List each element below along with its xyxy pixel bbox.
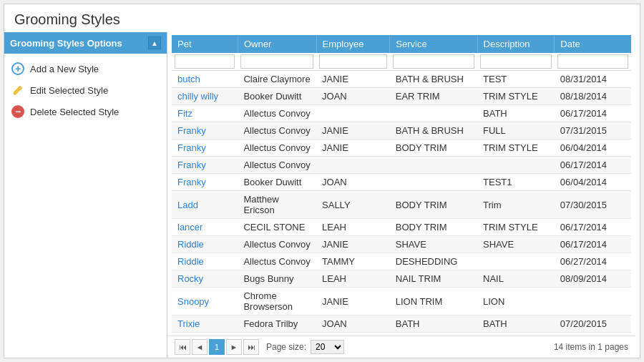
cell-pet: Trixie (172, 315, 238, 333)
delete-icon: − (11, 105, 24, 118)
cell-description: FULL (477, 122, 555, 140)
table-row[interactable]: FrankyAllectus ConvoyJANIEBATH & BRUSHFU… (172, 122, 631, 140)
cell-pet: Franky (172, 157, 238, 174)
filter-description[interactable] (480, 54, 552, 69)
sidebar-header: Grooming Styles Options ▲ (4, 32, 167, 54)
cell-owner: Allectus Convoy (238, 105, 316, 122)
table-row[interactable]: RiddleAllectus ConvoyJANIESHAVESHAVE06/1… (172, 236, 631, 253)
cell-pet: Riddle (172, 253, 238, 270)
sidebar-menu: + Add a New Style Edit Selected Style − … (4, 54, 167, 127)
filter-owner[interactable] (240, 54, 313, 69)
table-row[interactable]: FrankyAllectus ConvoyJANIEBODY TRIMTRIM … (172, 140, 631, 157)
next-page-button[interactable]: ► (226, 339, 242, 355)
cell-service (390, 174, 477, 191)
prev-page-button[interactable]: ◄ (192, 339, 208, 355)
pagination-bar: ⏮ ◄ 1 ► ⏭ Page size: 20 50 100 14 items … (167, 336, 635, 358)
cell-description: TRIM STYLE (477, 219, 555, 236)
cell-owner: Allectus Convoy (238, 157, 316, 174)
col-owner: Owner (238, 35, 316, 53)
sidebar-item-delete[interactable]: − Delete Selected Style (4, 101, 167, 122)
table-row[interactable]: RockyBugs BunnyLEAHNAIL TRIMNAIL08/09/20… (172, 270, 631, 288)
table-row[interactable]: butchClaire ClaymoreJANIEBATH & BRUSHTES… (172, 71, 631, 88)
cell-service (390, 105, 477, 122)
table-row[interactable]: lancerCECIL STONELEAHBODY TRIMTRIM STYLE… (172, 219, 631, 236)
cell-service: NAIL TRIM (390, 270, 477, 288)
cell-owner: Matthew Ericson (238, 191, 316, 219)
cell-employee: TAMMY (316, 253, 390, 270)
add-style-label: Add a New Style (30, 64, 99, 74)
cell-employee: JOAN (316, 174, 390, 191)
add-icon: + (11, 62, 24, 75)
cell-date: 07/20/2015 (555, 315, 631, 333)
cell-employee: JANIE (316, 288, 390, 315)
filter-date[interactable] (557, 54, 628, 69)
first-page-button[interactable]: ⏮ (175, 339, 190, 355)
cell-service (390, 157, 477, 174)
cell-owner: CECIL STONE (238, 219, 316, 236)
cell-employee: JOAN (316, 88, 390, 105)
sidebar-item-edit[interactable]: Edit Selected Style (4, 79, 167, 101)
table-row[interactable]: FitzAllectus ConvoyBATH06/17/2014 (172, 105, 631, 122)
cell-description: BATH (477, 315, 555, 333)
cell-service: BODY TRIM (390, 191, 477, 219)
table-header-row: Pet Owner Employee Service Description D… (172, 35, 631, 53)
cell-service: BODY TRIM (390, 219, 477, 236)
last-page-button[interactable]: ⏭ (243, 339, 259, 355)
table-row[interactable]: FrankyBooker DuwittJOANTEST106/04/2014 (172, 174, 631, 191)
cell-description: TEST (477, 71, 555, 88)
cell-pet: Franky (172, 140, 238, 157)
page-1-button[interactable]: 1 (209, 339, 225, 355)
filter-employee[interactable] (319, 54, 387, 69)
col-date: Date (555, 35, 631, 53)
cell-employee: JOAN (316, 315, 390, 333)
cell-date: 08/31/2014 (555, 71, 631, 88)
cell-employee: JANIE (316, 140, 390, 157)
sidebar-item-add[interactable]: + Add a New Style (4, 58, 167, 79)
page-title: Grooming Styles (4, 4, 640, 32)
table-row[interactable]: TrixieFedora TrilbyJOANBATHBATH07/20/201… (172, 315, 631, 333)
cell-service: BATH & BRUSH (390, 71, 477, 88)
cell-description (477, 253, 555, 270)
main-container: Grooming Styles Grooming Styles Options … (4, 4, 640, 358)
cell-description: Trim (477, 191, 555, 219)
sidebar-header-label: Grooming Styles Options (10, 38, 122, 49)
cell-employee (316, 105, 390, 122)
sidebar-collapse-button[interactable]: ▲ (148, 36, 161, 49)
cell-date: 06/17/2014 (555, 105, 631, 122)
cell-description: TRIM STYLE (477, 140, 555, 157)
cell-pet: chilly willy (172, 88, 238, 105)
cell-description: TEST1 (477, 174, 555, 191)
cell-date: 06/04/2014 (555, 140, 631, 157)
filter-service[interactable] (393, 54, 474, 69)
cell-date: 08/18/2014 (555, 88, 631, 105)
filter-pet[interactable] (175, 54, 235, 69)
col-employee: Employee (316, 35, 390, 53)
cell-date: 07/30/2015 (555, 191, 631, 219)
cell-pet: Ladd (172, 191, 238, 219)
edit-style-label: Edit Selected Style (30, 85, 108, 96)
cell-service: SHAVE (390, 236, 477, 253)
table-row[interactable]: SnoopyChrome BrowsersonJANIELION TRIMLIO… (172, 288, 631, 315)
edit-icon (11, 84, 24, 97)
table-area: Pet Owner Employee Service Description D… (167, 32, 640, 358)
table-wrapper: Pet Owner Employee Service Description D… (167, 32, 635, 336)
cell-employee: LEAH (316, 219, 390, 236)
items-info: 14 items in 1 pages (554, 342, 628, 352)
col-description: Description (477, 35, 555, 53)
cell-description: LION (477, 288, 555, 315)
page-size-select[interactable]: 20 50 100 (311, 340, 344, 354)
cell-service: EAR TRIM (390, 88, 477, 105)
table-row[interactable]: chilly willyBooker DuwittJOANEAR TRIMTRI… (172, 88, 631, 105)
cell-description: NAIL (477, 270, 555, 288)
grooming-table: Pet Owner Employee Service Description D… (172, 35, 631, 333)
cell-owner: Bugs Bunny (238, 270, 316, 288)
cell-owner: Allectus Convoy (238, 253, 316, 270)
table-row[interactable]: RiddleAllectus ConvoyTAMMYDESHEDDING06/2… (172, 253, 631, 270)
table-row[interactable]: FrankyAllectus Convoy06/17/2014 (172, 157, 631, 174)
content-area: Grooming Styles Options ▲ + Add a New St… (4, 32, 640, 358)
sidebar: Grooming Styles Options ▲ + Add a New St… (4, 32, 167, 358)
table-row[interactable]: LaddMatthew EricsonSALLYBODY TRIMTrim07/… (172, 191, 631, 219)
cell-date: 06/17/2014 (555, 157, 631, 174)
cell-pet: butch (172, 71, 238, 88)
cell-pet: Fitz (172, 105, 238, 122)
